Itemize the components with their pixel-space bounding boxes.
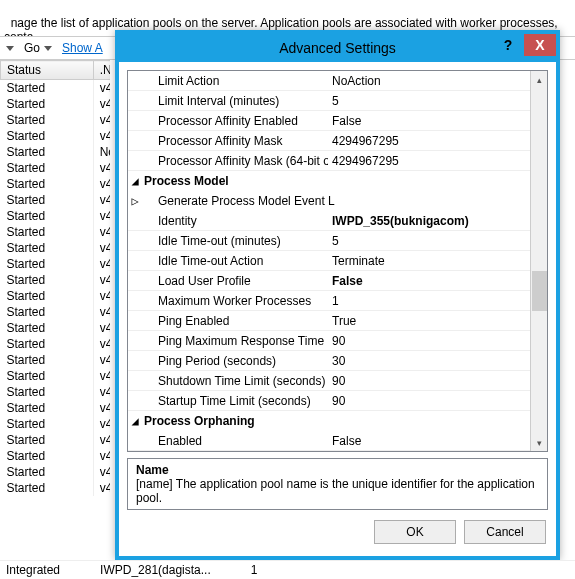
table-row[interactable]: Startedv4.0 [1,80,111,97]
table-row[interactable]: Startedv4.0 [1,160,111,176]
property-value[interactable]: IWPD_355(buknigacom) [328,211,530,230]
table-row[interactable]: Startedv4.0 [1,272,111,288]
table-row[interactable]: Startedv4.0 [1,208,111,224]
table-row[interactable]: Startedv4.0 [1,384,111,400]
table-row[interactable]: Startedv4.0 [1,240,111,256]
cell-status: Started [1,480,94,496]
property-value[interactable]: 4294967295 [328,131,530,150]
property-value[interactable]: 90 [328,331,530,350]
cancel-button[interactable]: Cancel [464,520,546,544]
pipeline-mode: Integrated [6,563,60,577]
category-row[interactable]: ◢Process Orphaning [128,411,530,431]
expand-icon[interactable]: ◢ [128,171,142,191]
show-all-link[interactable]: Show A [62,41,103,55]
table-row[interactable]: Startedv4.0 [1,400,111,416]
help-button[interactable]: ? [492,34,524,56]
property-value[interactable]: False [328,111,530,130]
property-row[interactable]: Ping Maximum Response Time (90 [128,331,530,351]
property-row[interactable]: Shutdown Time Limit (seconds)90 [128,371,530,391]
table-row[interactable]: Startedv4.0 [1,112,111,128]
property-name: Idle Time-out Action [128,251,328,270]
table-row[interactable]: Startedv4.0 [1,176,111,192]
property-value[interactable]: Terminate [328,251,530,270]
expand-icon[interactable]: ▷ [128,191,142,211]
property-name: Load User Profile [128,271,328,290]
property-row[interactable]: EnabledFalse [128,431,530,451]
table-row[interactable]: Startedv4.0 [1,256,111,272]
table-row[interactable]: Startedv4.0 [1,224,111,240]
cell-net: v4.0 [93,432,110,448]
table-row[interactable]: Startedv4.0 [1,448,111,464]
property-value[interactable]: 30 [328,351,530,370]
property-row[interactable]: Ping EnabledTrue [128,311,530,331]
property-row[interactable]: Processor Affinity EnabledFalse [128,111,530,131]
filter-dropdown[interactable] [6,46,14,51]
property-row[interactable]: Processor Affinity Mask4294967295 [128,131,530,151]
property-row[interactable]: Maximum Worker Processes1 [128,291,530,311]
property-row[interactable]: IdentityIWPD_355(buknigacom) [128,211,530,231]
cell-net: v4.0 [93,96,110,112]
property-name: Limit Action [128,71,328,90]
cell-net: v4.0 [93,272,110,288]
property-name: Ping Enabled [128,311,328,330]
property-value[interactable]: 5 [328,91,530,110]
property-row[interactable]: Limit ActionNoAction [128,71,530,91]
table-row[interactable]: Startedv4.0 [1,432,111,448]
close-button[interactable]: X [524,34,556,56]
property-value[interactable]: NoAction [328,71,530,90]
table-row[interactable]: Startedv4.0 [1,320,111,336]
cell-status: Started [1,192,94,208]
cell-net: v4.0 [93,288,110,304]
table-row[interactable]: Startedv4.0 [1,96,111,112]
cell-status: Started [1,336,94,352]
property-row[interactable]: Ping Period (seconds)30 [128,351,530,371]
cell-net: v4.0 [93,416,110,432]
cell-net: v4.0 [93,80,110,97]
scroll-down-icon[interactable]: ▾ [532,434,547,451]
property-row[interactable]: Load User ProfileFalse [128,271,530,291]
table-row[interactable]: Startedv4.0 [1,480,111,496]
table-row[interactable]: Startedv4.0 [1,464,111,480]
category-row[interactable]: ▷Generate Process Model Event L [128,191,530,211]
property-value[interactable]: False [328,271,530,290]
property-row[interactable]: Idle Time-out ActionTerminate [128,251,530,271]
cell-status: Started [1,448,94,464]
table-row[interactable]: Startedv4.0 [1,192,111,208]
table-row[interactable]: Startedv4.0 [1,288,111,304]
expand-icon[interactable]: ◢ [128,411,142,431]
cell-net: v4.0 [93,336,110,352]
property-row[interactable]: Processor Affinity Mask (64-bit o4294967… [128,151,530,171]
property-value[interactable]: False [328,431,530,450]
property-row[interactable]: Startup Time Limit (seconds)90 [128,391,530,411]
cell-net: No Mar [93,144,110,160]
cell-net: v4.0 [93,464,110,480]
col-status[interactable]: Status [1,61,94,80]
cell-net: v4.0 [93,304,110,320]
property-value[interactable]: 5 [328,231,530,250]
table-row[interactable]: Startedv4.0 [1,128,111,144]
category-row[interactable]: ◢Process Model [128,171,530,191]
scroll-up-icon[interactable]: ▴ [532,71,547,88]
property-value[interactable]: 4294967295 [328,151,530,170]
col-net[interactable]: .NET CL [93,61,110,80]
property-value[interactable]: 1 [328,291,530,310]
scroll-thumb[interactable] [532,271,547,311]
ok-button[interactable]: OK [374,520,456,544]
table-row[interactable]: Startedv4.0 [1,368,111,384]
property-grid[interactable]: Limit ActionNoActionLimit Interval (minu… [127,70,548,452]
property-value[interactable]: 90 [328,371,530,390]
cell-status: Started [1,80,94,97]
go-dropdown[interactable]: Go [24,41,52,55]
property-value[interactable]: True [328,311,530,330]
cell-net: v4.0 [93,224,110,240]
table-row[interactable]: StartedNo Mar [1,144,111,160]
table-row[interactable]: Startedv4.0 [1,352,111,368]
property-row[interactable]: Idle Time-out (minutes)5 [128,231,530,251]
table-row[interactable]: Startedv4.0 [1,304,111,320]
titlebar[interactable]: Advanced Settings ? X [119,34,556,62]
property-value[interactable]: 90 [328,391,530,410]
table-row[interactable]: Startedv4.0 [1,416,111,432]
scrollbar[interactable]: ▴ ▾ [530,71,547,451]
table-row[interactable]: Startedv4.0 [1,336,111,352]
property-row[interactable]: Limit Interval (minutes)5 [128,91,530,111]
